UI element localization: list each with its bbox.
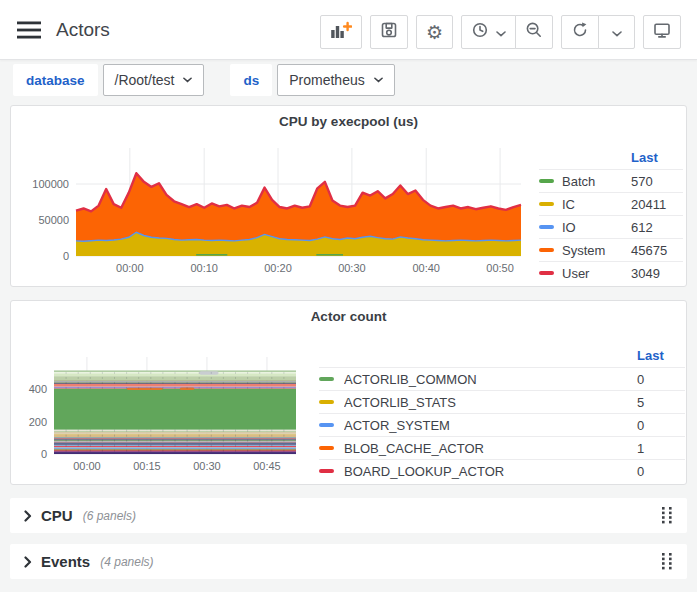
- actors-legend: Last ACTORLIB_COMMON 0 ACTORLIB_STATS 5: [319, 344, 685, 482]
- panel-title[interactable]: CPU by execpool (us): [11, 114, 686, 129]
- submenu-variables: database /Root/test ds Prometheus: [13, 64, 395, 96]
- toolbar: ⚙: [312, 15, 681, 49]
- legend-header-row: Last: [539, 146, 683, 169]
- svg-text:200: 200: [29, 416, 47, 428]
- zoom-out-button[interactable]: [515, 15, 553, 49]
- series-last-value: 612: [631, 220, 683, 235]
- legend-row[interactable]: IO 612: [539, 215, 683, 238]
- svg-text:50000: 50000: [38, 214, 69, 226]
- svg-text:00:15: 00:15: [133, 460, 161, 472]
- refresh-interval-button[interactable]: [598, 15, 635, 49]
- collapsed-row-events[interactable]: Events (4 panels): [10, 544, 687, 579]
- legend-row[interactable]: ACTORLIB_COMMON 0: [319, 367, 685, 390]
- legend-row[interactable]: System 45675: [539, 238, 683, 261]
- series-color-swatch: [319, 469, 334, 473]
- cpu-legend: Last Batch 570 IC 20411: [539, 146, 683, 284]
- series-name[interactable]: User: [562, 266, 631, 281]
- dashboard-settings-button[interactable]: ⚙: [416, 15, 453, 49]
- dashboard-title: Actors: [56, 19, 110, 41]
- series-name[interactable]: System: [562, 243, 631, 258]
- series-name[interactable]: ACTORLIB_COMMON: [344, 372, 637, 387]
- series-name[interactable]: BOARD_LOOKUP_ACTOR: [344, 464, 637, 479]
- variable-label-ds[interactable]: ds: [230, 64, 272, 96]
- save-icon: [380, 21, 398, 43]
- chevron-down-icon: [612, 23, 622, 41]
- refresh-icon: [571, 21, 589, 43]
- series-color-swatch: [319, 400, 334, 404]
- series-name[interactable]: ACTORLIB_STATS: [344, 395, 637, 410]
- svg-text:00:00: 00:00: [73, 460, 101, 472]
- svg-text:00:10: 00:10: [190, 262, 218, 274]
- series-name[interactable]: Batch: [562, 174, 631, 189]
- chevron-right-icon: [24, 556, 32, 568]
- drag-handle-icon[interactable]: [662, 553, 673, 570]
- svg-text:0: 0: [63, 250, 69, 262]
- svg-text:00:45: 00:45: [253, 460, 281, 472]
- header-bar: Actors: [0, 0, 697, 60]
- time-picker-button[interactable]: [461, 15, 516, 49]
- legend-last-header[interactable]: Last: [631, 150, 683, 165]
- series-color-swatch: [319, 377, 334, 381]
- cycle-view-mode-button[interactable]: [643, 15, 681, 49]
- legend-row[interactable]: BLOB_CACHE_ACTOR 1: [319, 436, 685, 459]
- legend-row[interactable]: Batch 570: [539, 169, 683, 192]
- series-color-swatch: [319, 446, 334, 450]
- legend-row[interactable]: User 3049: [539, 261, 683, 284]
- time-controls: [461, 15, 553, 49]
- svg-text:00:00: 00:00: [116, 262, 144, 274]
- svg-text:400: 400: [29, 383, 47, 395]
- zoom-out-icon: [525, 21, 543, 43]
- series-last-value: 0: [637, 372, 685, 387]
- svg-text:0: 0: [41, 448, 47, 460]
- drag-handle-icon[interactable]: [662, 507, 673, 524]
- series-color-swatch: [539, 271, 554, 275]
- row-panel-count: (4 panels): [100, 555, 153, 569]
- cpu-execpool-chart[interactable]: 05000010000000:0000:1000:2000:3000:4000:…: [19, 140, 539, 284]
- row-title[interactable]: CPU: [41, 507, 73, 524]
- svg-text:00:30: 00:30: [338, 262, 366, 274]
- series-name[interactable]: IO: [562, 220, 631, 235]
- svg-text:00:30: 00:30: [193, 460, 221, 472]
- legend-row[interactable]: BOARD_LOOKUP_ACTOR 0: [319, 459, 685, 482]
- series-last-value: 570: [631, 174, 683, 189]
- series-last-value: 1: [637, 441, 685, 456]
- series-last-value: 5: [637, 395, 685, 410]
- chevron-right-icon: [24, 510, 32, 522]
- add-panel-icon: [330, 21, 352, 43]
- panel-title[interactable]: Actor count: [11, 309, 686, 324]
- series-name[interactable]: ACTOR_SYSTEM: [344, 418, 637, 433]
- series-last-value: 0: [637, 464, 685, 479]
- series-name[interactable]: IC: [562, 197, 631, 212]
- monitor-icon: [653, 21, 671, 43]
- refresh-button[interactable]: [561, 15, 599, 49]
- collapsed-row-cpu[interactable]: CPU (6 panels): [10, 498, 687, 533]
- legend-header-row: Last: [319, 344, 685, 367]
- variable-select-database[interactable]: /Root/test: [103, 64, 205, 96]
- menu-icon[interactable]: [16, 20, 42, 40]
- series-color-swatch: [539, 202, 554, 206]
- series-name[interactable]: BLOB_CACHE_ACTOR: [344, 441, 637, 456]
- legend-row[interactable]: ACTOR_SYSTEM 0: [319, 413, 685, 436]
- svg-text:100000: 100000: [32, 178, 69, 190]
- svg-text:00:50: 00:50: [486, 262, 514, 274]
- legend-row[interactable]: ACTORLIB_STATS 5: [319, 390, 685, 413]
- legend-last-header[interactable]: Last: [637, 348, 685, 363]
- svg-text:00:40: 00:40: [412, 262, 440, 274]
- variable-select-ds[interactable]: Prometheus: [277, 64, 394, 96]
- grafana-dashboard: Actors: [0, 0, 697, 592]
- add-panel-button[interactable]: [320, 15, 362, 49]
- variable-label-database[interactable]: database: [13, 64, 98, 96]
- svg-text:00:20: 00:20: [264, 262, 292, 274]
- save-dashboard-button[interactable]: [370, 15, 408, 49]
- gear-icon: ⚙: [426, 23, 443, 42]
- row-panel-count: (6 panels): [83, 509, 136, 523]
- legend-row[interactable]: IC 20411: [539, 192, 683, 215]
- clock-icon: [471, 21, 489, 43]
- variable-value-ds: Prometheus: [289, 72, 364, 88]
- actor-count-chart[interactable]: 020040000:0000:1500:3000:45: [19, 341, 339, 481]
- panel-cpu-by-execpool: CPU by execpool (us) 05000010000000:0000…: [10, 105, 687, 287]
- row-title[interactable]: Events: [41, 553, 90, 570]
- series-color-swatch: [539, 248, 554, 252]
- variable-value-database: /Root/test: [115, 72, 175, 88]
- series-last-value: 3049: [631, 266, 683, 281]
